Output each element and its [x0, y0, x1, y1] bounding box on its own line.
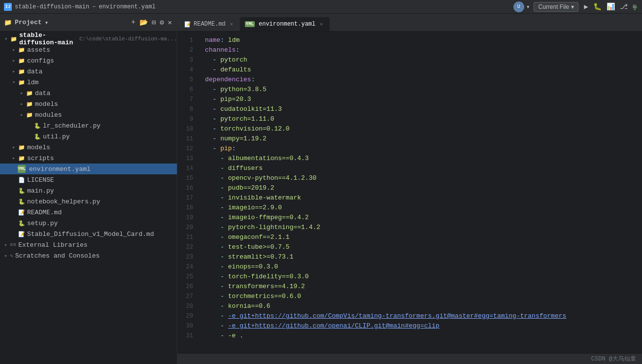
- sidebar-item-scratches[interactable]: ✎ Scratches and Consoles: [0, 250, 177, 261]
- ldm-models-label: models: [35, 100, 177, 108]
- debug-icon[interactable]: 🐛: [592, 1, 603, 12]
- ldm-data-arrow: [18, 89, 26, 97]
- project-icon: 📁: [4, 19, 12, 27]
- sidebar-title-label: Project: [15, 19, 42, 26]
- sidebar-item-environment[interactable]: YML environment.yaml: [0, 164, 177, 174]
- run-icon[interactable]: ▶: [582, 1, 589, 12]
- code-line-13: - albumentations==0.4.3: [205, 154, 638, 164]
- ext-libs-arrow: [2, 241, 10, 249]
- sidebar-item-readme[interactable]: 📝 README.md: [0, 207, 177, 218]
- assets-folder-icon: 📁: [18, 46, 26, 54]
- code-line-14: - diffusers: [205, 164, 638, 173]
- ext-libs-label: External Libraries: [18, 241, 175, 249]
- collapse-all-icon[interactable]: ⊟: [151, 17, 157, 28]
- sidebar-item-setup[interactable]: 🐍 setup.py: [0, 218, 177, 229]
- ldm-models-arrow: [18, 100, 26, 108]
- code-line-24: - einops==0.3.0: [205, 262, 638, 272]
- sidebar-title: 📁 Project ▾: [4, 19, 48, 27]
- models-folder-icon: 📁: [18, 143, 26, 151]
- profile-icon[interactable]: 📊: [605, 1, 616, 12]
- sidebar-item-lr-scheduler[interactable]: 🐍 lr_scheduler.py: [0, 120, 177, 131]
- notebook-py-icon: 🐍: [18, 198, 26, 205]
- sidebar-item-models[interactable]: 📁 models: [0, 142, 177, 153]
- env-yaml-icon: YML: [18, 165, 26, 173]
- tab-readme[interactable]: 📝 README.md ✕: [179, 17, 240, 31]
- sidebar-item-main[interactable]: 🐍 main.py: [0, 185, 177, 196]
- configs-label: configs: [27, 57, 177, 65]
- main-layout: 📁 Project ▾ + 📂 ⊟ ⚙ ✕ 📁 stable-diffusion…: [0, 14, 642, 364]
- sidebar-item-license[interactable]: 📄 LICENSE: [0, 174, 177, 185]
- sidebar-item-ldm-models[interactable]: 📁 models: [0, 99, 177, 109]
- title-project-name: stable-diffusion-main: [15, 3, 89, 10]
- code-line-21: - omegaconf==2.1.1: [205, 232, 638, 242]
- code-content[interactable]: ✓ name: ldm−channels: - pytorch− - defau…: [201, 32, 642, 353]
- title-action-icons: ▶ 🐛 📊 ⎇ ≡: [582, 1, 638, 12]
- tree-root[interactable]: 📁 stable-diffusion-main C:\code\stable-d…: [0, 33, 177, 44]
- code-line-20: - pytorch-lightning==1.4.2: [205, 223, 638, 232]
- current-file-label: Current File: [538, 3, 569, 10]
- ldm-modules-folder-icon: 📁: [26, 111, 34, 119]
- code-line-16: - pudb==2019.2: [205, 183, 638, 193]
- code-line-1: name: ldm: [205, 35, 638, 45]
- sidebar-title-chevron[interactable]: ▾: [45, 19, 49, 27]
- readme-label: README.md: [27, 209, 177, 216]
- new-file-icon[interactable]: +: [130, 17, 136, 28]
- license-icon: 📄: [18, 176, 26, 184]
- sidebar-actions: + 📂 ⊟ ⚙ ✕: [130, 17, 173, 28]
- data-label: data: [27, 68, 177, 75]
- tab-readme-close[interactable]: ✕: [228, 21, 235, 28]
- sidebar-item-external-libs[interactable]: ≡≡ External Libraries: [0, 239, 177, 250]
- app-icon: IJ: [4, 3, 12, 11]
- sidebar-item-ldm-data[interactable]: 📁 data: [0, 88, 177, 99]
- sidebar-header: 📁 Project ▾ + 📂 ⊟ ⚙ ✕: [0, 14, 177, 32]
- data-folder-icon: 📁: [18, 67, 26, 75]
- settings-sidebar-icon[interactable]: ⚙: [159, 17, 165, 28]
- code-line-6: - python=3.8.5: [205, 85, 638, 95]
- root-folder-icon: 📁: [10, 35, 18, 43]
- user-menu[interactable]: U ▾: [513, 1, 530, 12]
- sidebar-item-scripts[interactable]: 📁 scripts: [0, 153, 177, 164]
- current-file-button[interactable]: Current File ▾: [534, 2, 578, 12]
- util-py-icon: 🐍: [34, 132, 41, 140]
- title-file-name: environment.yaml: [99, 3, 155, 10]
- sidebar-item-ldm[interactable]: 📁 ldm: [0, 77, 177, 88]
- title-left: IJ stable-diffusion-main – environment.y…: [4, 3, 156, 11]
- sidebar-item-util[interactable]: 🐍 util.py: [0, 131, 177, 142]
- models-arrow: [10, 143, 18, 151]
- code-line-7: - pip=20.3: [205, 95, 638, 104]
- setup-label: setup.py: [27, 220, 177, 227]
- hide-sidebar-icon[interactable]: ✕: [167, 17, 173, 28]
- sidebar-content: 📁 stable-diffusion-main C:\code\stable-d…: [0, 32, 177, 364]
- tab-readme-label: README.md: [194, 21, 226, 28]
- code-line-19: - imageio-ffmpeg==0.4.2: [205, 213, 638, 223]
- watermark: CSDN @大鸟仙童: [591, 355, 636, 363]
- tab-environment-close[interactable]: ✕: [318, 21, 325, 28]
- configs-arrow: [10, 57, 18, 65]
- ldm-arrow: [10, 78, 18, 86]
- sidebar-item-model-card[interactable]: 📝 Stable_Diffusion_v1_Model_Card.md: [0, 229, 177, 239]
- code-line-28: - kornia==0.6: [205, 301, 638, 311]
- git-icon[interactable]: ⎇: [618, 1, 629, 12]
- model-card-md-icon: 📝: [18, 230, 26, 238]
- main-py-icon: 🐍: [18, 187, 26, 195]
- setup-py-icon: 🐍: [18, 219, 26, 227]
- lr-label: lr_scheduler.py: [43, 122, 177, 130]
- model-card-label: Stable_Diffusion_v1_Model_Card.md: [27, 231, 177, 238]
- sidebar-item-configs[interactable]: 📁 configs: [0, 55, 177, 66]
- scripts-arrow: [10, 154, 18, 162]
- sidebar-item-data[interactable]: 📁 data: [0, 66, 177, 77]
- tab-environment[interactable]: YML environment.yaml ✕: [240, 17, 330, 31]
- scratches-arrow: [2, 252, 10, 260]
- root-label: stable-diffusion-main: [19, 32, 77, 46]
- new-folder-icon[interactable]: 📂: [138, 17, 149, 28]
- code-line-9: - pytorch=1.11.0: [205, 114, 638, 124]
- code-line-22: - test-tube>=0.7.5: [205, 242, 638, 252]
- scripts-label: scripts: [27, 155, 177, 162]
- env-label: environment.yaml: [29, 165, 177, 173]
- sidebar-item-ldm-modules[interactable]: 📁 modules: [0, 109, 177, 120]
- scripts-folder-icon: 📁: [18, 154, 26, 162]
- ldm-label: ldm: [27, 79, 177, 86]
- sidebar-item-notebook[interactable]: 🐍 notebook_helpers.py: [0, 196, 177, 207]
- current-file-chevron: ▾: [571, 3, 574, 10]
- main-label: main.py: [27, 187, 177, 195]
